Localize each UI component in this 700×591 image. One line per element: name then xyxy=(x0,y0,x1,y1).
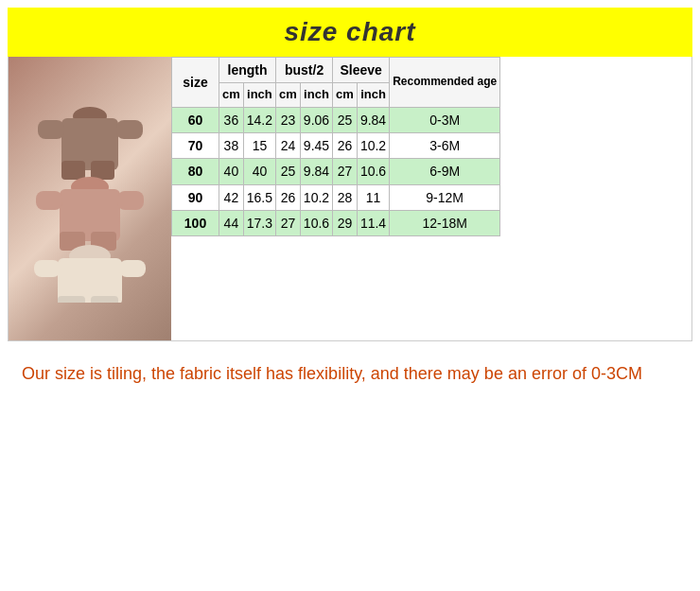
size-header: size xyxy=(172,58,219,108)
length-cm-cell: 40 xyxy=(219,159,244,184)
svg-rect-16 xyxy=(58,296,85,303)
sleeve-cm-cell: 28 xyxy=(333,184,358,210)
table-row: 804040259.842710.66-9M xyxy=(172,159,500,184)
length-cm-cell: 42 xyxy=(219,184,244,210)
length-inch-cell: 15 xyxy=(243,133,275,159)
page-container: size chart xyxy=(0,0,700,591)
sleeve-cm-header: cm xyxy=(333,83,358,108)
sleeve-inch-cell: 10.6 xyxy=(357,159,389,184)
sleeve-cm-cell: 25 xyxy=(333,108,358,133)
length-inch-header: inch xyxy=(243,83,275,108)
svg-rect-4 xyxy=(61,161,85,180)
length-cm-header: cm xyxy=(219,83,244,108)
bust-cm-cell: 27 xyxy=(276,210,301,235)
size-chart-table: size length bust/2 Sleeve Recommended ag… xyxy=(171,57,500,236)
page-title: size chart xyxy=(8,8,692,57)
length-inch-cell: 16.5 xyxy=(243,184,275,210)
size-cell: 100 xyxy=(172,210,219,235)
length-inch-cell: 40 xyxy=(243,159,275,184)
age-header: Recommended age xyxy=(390,58,500,108)
length-cm-cell: 44 xyxy=(219,210,244,235)
size-cell: 80 xyxy=(172,159,219,184)
age-cell: 9-12M xyxy=(390,184,500,210)
svg-rect-9 xyxy=(117,191,144,210)
age-cell: 12-18M xyxy=(390,210,500,235)
sleeve-inch-cell: 10.2 xyxy=(357,133,389,159)
bust-inch-cell: 10.6 xyxy=(300,210,332,235)
svg-rect-14 xyxy=(34,260,61,277)
sleeve-cm-cell: 27 xyxy=(333,159,358,184)
table-row: 603614.2239.06259.840-3M xyxy=(172,108,500,133)
bust-inch-cell: 9.06 xyxy=(300,108,332,133)
length-inch-cell: 14.2 xyxy=(243,108,275,133)
product-image xyxy=(9,57,171,340)
svg-rect-3 xyxy=(116,120,143,139)
sleeve-header: Sleeve xyxy=(333,58,390,83)
length-cm-cell: 38 xyxy=(219,133,244,159)
svg-rect-5 xyxy=(91,161,114,180)
svg-rect-13 xyxy=(58,258,122,303)
svg-rect-2 xyxy=(38,120,64,139)
bust-cm-cell: 24 xyxy=(276,133,301,159)
svg-rect-8 xyxy=(36,191,62,210)
bust-cm-cell: 23 xyxy=(276,108,301,133)
sleeve-cm-cell: 26 xyxy=(333,133,358,159)
bust-inch-cell: 10.2 xyxy=(300,184,332,210)
length-cm-cell: 36 xyxy=(219,108,244,133)
bust-cm-cell: 26 xyxy=(276,184,301,210)
svg-rect-15 xyxy=(119,260,146,277)
sleeve-inch-cell: 11 xyxy=(357,184,389,210)
length-inch-cell: 17.3 xyxy=(243,210,275,235)
clothing-svg xyxy=(24,95,156,303)
sleeve-inch-header: inch xyxy=(357,83,389,108)
length-header: length xyxy=(219,58,276,83)
table-wrapper: size length bust/2 Sleeve Recommended ag… xyxy=(171,57,691,340)
note-area: Our size is tiling, the fabric itself ha… xyxy=(8,341,692,407)
bust-inch-header: inch xyxy=(300,83,332,108)
size-cell: 60 xyxy=(172,108,219,133)
note-text: Our size is tiling, the fabric itself ha… xyxy=(22,364,642,383)
bust-cm-header: cm xyxy=(276,83,301,108)
sleeve-inch-cell: 9.84 xyxy=(357,108,389,133)
sleeve-inch-cell: 11.4 xyxy=(357,210,389,235)
bust-inch-cell: 9.45 xyxy=(300,133,332,159)
age-cell: 6-9M xyxy=(390,159,500,184)
table-row: 1004417.32710.62911.412-18M xyxy=(172,210,500,235)
content-area: size length bust/2 Sleeve Recommended ag… xyxy=(8,57,692,341)
size-cell: 90 xyxy=(172,184,219,210)
table-row: 703815249.452610.23-6M xyxy=(172,133,500,159)
age-cell: 0-3M xyxy=(390,108,500,133)
size-cell: 70 xyxy=(172,133,219,159)
age-cell: 3-6M xyxy=(390,133,500,159)
bust-inch-cell: 9.84 xyxy=(300,159,332,184)
bust-cm-cell: 25 xyxy=(276,159,301,184)
svg-rect-17 xyxy=(91,296,118,303)
table-row: 904216.52610.228119-12M xyxy=(172,184,500,210)
bust-header: bust/2 xyxy=(276,58,333,83)
sleeve-cm-cell: 29 xyxy=(333,210,358,235)
